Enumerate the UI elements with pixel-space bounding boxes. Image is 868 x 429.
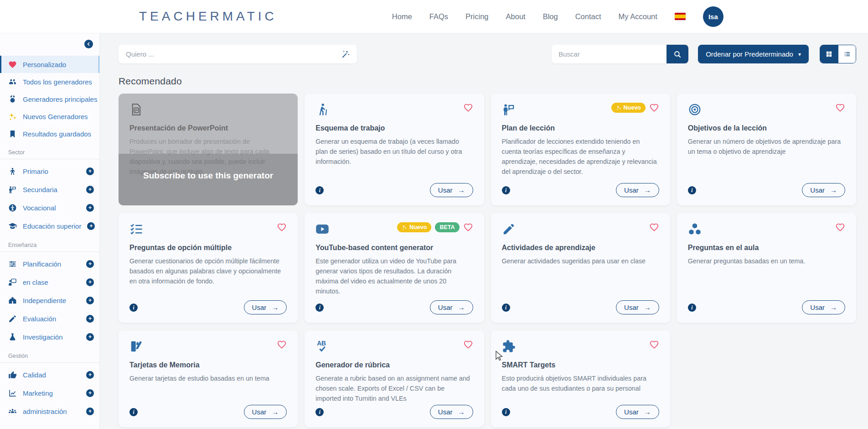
expand-button[interactable]: + (86, 333, 94, 341)
expand-button[interactable]: + (86, 315, 94, 323)
card-description: Generar preguntas basadas en un tema. (688, 256, 845, 266)
favorite-heart-icon[interactable] (649, 103, 659, 113)
info-button[interactable]: i (315, 303, 324, 312)
card-preguntas-de-opcion-multiple: Preguntas de opción múltiple Generar cue… (119, 213, 298, 323)
sidebar-item-secundaria[interactable]: Secundaria + (0, 180, 99, 199)
nav-blog[interactable]: Blog (543, 12, 558, 21)
sidebar-item-marketing[interactable]: Marketing + (0, 384, 99, 402)
expand-button[interactable]: + (86, 408, 94, 415)
use-button[interactable]: Usar→ (430, 300, 473, 314)
use-button[interactable]: Usar→ (616, 183, 659, 197)
use-button[interactable]: Usar→ (616, 300, 659, 314)
nav-pricing[interactable]: Pricing (465, 12, 488, 21)
top-header: TEACHERMATIC Home FAQs Pricing About Blo… (0, 0, 868, 33)
sidebar-item-planificacion[interactable]: Planificación + (0, 255, 99, 273)
expand-button[interactable]: + (86, 278, 94, 286)
sidebar-item-generadores-principales[interactable]: Generadores principales (0, 90, 99, 108)
nav-home[interactable]: Home (392, 12, 412, 21)
card-smart-targets: SMART Targets Esto producirá objetivos S… (491, 330, 670, 427)
search-input[interactable] (552, 45, 666, 63)
favorite-heart-icon[interactable] (277, 222, 287, 232)
info-button[interactable]: i (502, 408, 510, 416)
use-button[interactable]: Usar→ (802, 183, 845, 197)
sidebar-item-independiente[interactable]: Independiente + (0, 291, 99, 309)
rubric-ab-icon (315, 340, 329, 353)
users-icon (8, 78, 17, 86)
use-button[interactable]: Usar→ (244, 405, 287, 419)
use-button[interactable]: Usar→ (244, 300, 287, 314)
sidebar-item-label: Personalizado (23, 61, 66, 68)
card-title: Presentación de PowerPoint (129, 124, 287, 132)
sidebar-item-en-clase[interactable]: en clase + (0, 273, 99, 291)
user-avatar[interactable]: Isa (703, 6, 723, 27)
card-plan-de-leccion: Nuevo Plan de lección Planificador de le… (491, 94, 670, 205)
prompt-input[interactable] (119, 45, 341, 63)
favorite-heart-icon[interactable] (277, 340, 287, 350)
list-view-button[interactable] (838, 45, 856, 63)
info-button[interactable]: i (315, 408, 324, 416)
spain-flag-icon[interactable] (675, 13, 686, 20)
use-button[interactable]: Usar→ (430, 183, 473, 197)
nav-about[interactable]: About (506, 12, 526, 21)
arrow-right-icon: → (272, 408, 279, 416)
nav-my-account[interactable]: My Account (619, 12, 657, 21)
arrow-right-icon: → (644, 303, 651, 311)
sidebar-collapse-button[interactable] (84, 40, 93, 48)
nuevo-badge: Nuevo (397, 222, 431, 232)
sidebar-item-vocacional[interactable]: Vocacional + (0, 199, 99, 217)
sidebar-item-label: Investigación (23, 333, 63, 341)
card-description: Generar actividades sugeridas para usar … (502, 256, 659, 266)
favorite-heart-icon[interactable] (835, 103, 845, 113)
favorite-heart-icon[interactable] (649, 222, 659, 232)
card-title: Plan de lección (502, 124, 659, 132)
info-button[interactable]: i (688, 303, 696, 312)
expand-button[interactable]: + (86, 186, 94, 194)
thumbs-up-icon (8, 371, 17, 379)
favorite-heart-icon[interactable] (649, 340, 659, 350)
info-button[interactable]: i (315, 186, 324, 194)
info-button[interactable]: i (502, 303, 510, 312)
grid-view-button[interactable] (820, 45, 838, 63)
sidebar-item-administracion[interactable]: administración + (0, 402, 99, 420)
info-button[interactable]: i (129, 408, 138, 416)
sidebar-item-resultados-guardados[interactable]: Resultados guardados (0, 125, 99, 142)
info-button[interactable]: i (502, 186, 510, 194)
search-button[interactable] (666, 45, 688, 63)
expand-button[interactable]: + (86, 260, 94, 268)
arrow-right-icon: → (458, 408, 465, 416)
sidebar-item-primario[interactable]: Primario + (0, 162, 99, 180)
sidebar-item-evaluacion[interactable]: Evaluación + (0, 309, 99, 328)
favorite-heart-icon[interactable] (463, 340, 473, 350)
sidebar-item-todos-los-generadores[interactable]: Todos los generadores (0, 73, 99, 90)
nav-contact[interactable]: Contact (575, 12, 601, 21)
card-title: Preguntas de opción múltiple (129, 244, 287, 252)
teachermatic-logo[interactable]: TEACHERMATIC (139, 9, 277, 24)
expand-button[interactable]: + (86, 204, 94, 212)
magic-wand-icon[interactable] (341, 50, 350, 59)
sidebar-item-educacion-superior[interactable]: Educación superior + (0, 217, 99, 235)
sparkles-icon (402, 225, 407, 230)
favorite-heart-icon[interactable] (463, 103, 473, 113)
sidebar-item-label: Educación superior (23, 222, 81, 230)
favorite-heart-icon[interactable] (835, 222, 845, 232)
use-button[interactable]: Usar→ (616, 405, 659, 419)
expand-button[interactable]: + (86, 297, 94, 304)
sidebar-item-personalizado[interactable]: Personalizado (0, 56, 99, 73)
card-presentacion-de-powerpoint[interactable]: Presentación de PowerPoint Produces un b… (119, 94, 298, 205)
accessibility-icon (8, 204, 17, 212)
expand-button[interactable]: + (86, 389, 94, 397)
info-button[interactable]: i (129, 303, 138, 312)
info-button[interactable]: i (688, 186, 696, 194)
sidebar-item-nuevos-generadores[interactable]: Nuevos Generadores (0, 108, 99, 125)
sort-dropdown[interactable]: Ordenar por Predeterminado ▾ (698, 45, 809, 63)
nav-faqs[interactable]: FAQs (429, 12, 448, 21)
sidebar-item-calidad[interactable]: Calidad + (0, 366, 99, 384)
use-button[interactable]: Usar→ (802, 300, 845, 314)
expand-button[interactable]: + (86, 167, 94, 175)
use-button[interactable]: Usar→ (430, 405, 473, 419)
expand-button[interactable]: + (86, 371, 94, 379)
subscribe-message: Subscribe to use this generator (143, 171, 273, 181)
sidebar-item-investigacion[interactable]: Investigación + (0, 328, 99, 346)
expand-button[interactable]: + (87, 222, 95, 230)
favorite-heart-icon[interactable] (463, 222, 473, 232)
